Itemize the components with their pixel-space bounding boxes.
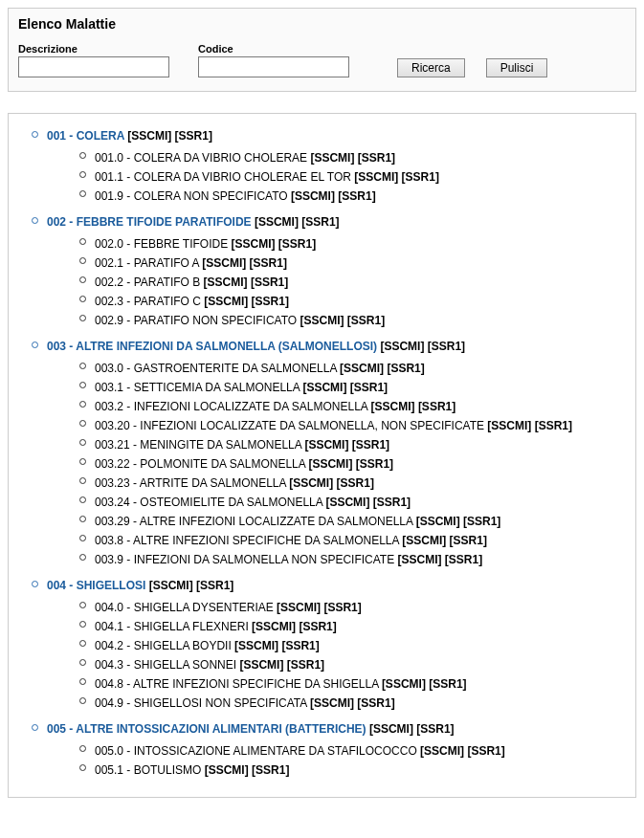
circle-bullet-icon: [79, 401, 86, 408]
circle-bullet-icon: [79, 516, 86, 522]
list-item: 003.20 - INFEZIONI LOCALIZZATE DA SALMON…: [95, 416, 624, 435]
item-tags: [SSCMI] [SSR1]: [325, 496, 411, 509]
category-link[interactable]: 003 - ALTRE INFEZIONI DA SALMONELLA (SAL…: [47, 340, 377, 353]
category-link[interactable]: 004 - SHIGELLOSI: [47, 579, 145, 592]
list-item: 003.1 - SETTICEMIA DA SALMONELLA [SSCMI]…: [95, 378, 624, 397]
item-tags: [SSCMI] [SSR1]: [420, 744, 505, 758]
item-label: 005.0 - INTOSSICAZIONE ALIMENTARE DA STA…: [95, 744, 420, 758]
circle-bullet-icon: [79, 535, 86, 541]
category-tags: [SSCMI] [SSR1]: [366, 722, 455, 736]
category: 003 - ALTRE INFEZIONI DA SALMONELLA (SAL…: [47, 338, 624, 569]
category-header: 002 - FEBBRE TIFOIDE PARATIFOIDE [SSCMI]…: [47, 213, 624, 231]
circle-bullet-icon: [79, 171, 86, 178]
item-label: 003.29 - ALTRE INFEZIONI LOCALIZZATE DA …: [95, 515, 416, 528]
list-item: 001.9 - COLERA NON SPECIFICATO [SSCMI] […: [95, 187, 624, 206]
item-label: 003.0 - GASTROENTERITE DA SALMONELLA: [95, 362, 340, 375]
subitems: 001.0 - COLERA DA VIBRIO CHOLERAE [SSCMI…: [95, 148, 624, 206]
circle-bullet-icon: [79, 420, 86, 427]
circle-bullet-icon: [32, 581, 38, 587]
descrizione-label: Descrizione: [18, 43, 169, 55]
item-label: 001.0 - COLERA DA VIBRIO CHOLERAE: [95, 151, 310, 165]
field-codice: Codice: [198, 43, 349, 77]
circle-bullet-icon: [32, 724, 38, 731]
list-item: 004.8 - ALTRE INFEZIONI SPECIFICHE DA SH…: [95, 674, 624, 694]
item-tags: [SSCMI] [SSR1]: [205, 763, 290, 777]
circle-bullet-icon: [79, 496, 86, 503]
item-label: 003.24 - OSTEOMIELITE DA SALMONELLA: [95, 496, 325, 509]
item-tags: [SSCMI] [SSR1]: [310, 151, 395, 165]
circle-bullet-icon: [79, 238, 86, 245]
list-item: 004.3 - SHIGELLA SONNEI [SSCMI] [SSR1]: [95, 655, 624, 674]
item-label: 003.1 - SETTICEMIA DA SALMONELLA: [95, 381, 302, 394]
category-link[interactable]: 005 - ALTRE INTOSSICAZIONI ALIMENTARI (B…: [47, 722, 366, 736]
results-tree: 001 - COLERA [SSCMI] [SSR1]001.0 - COLER…: [8, 113, 636, 798]
circle-bullet-icon: [79, 621, 86, 628]
circle-bullet-icon: [32, 131, 38, 138]
item-label: 004.9 - SHIGELLOSI NON SPECIFICATA: [95, 696, 310, 710]
item-tags: [SSCMI] [SSR1]: [354, 170, 439, 184]
list-item: 002.0 - FEBBRE TIFOIDE [SSCMI] [SSR1]: [95, 234, 624, 254]
list-item: 003.23 - ARTRITE DA SALMONELLA [SSCMI] […: [95, 474, 624, 493]
subitems: 004.0 - SHIGELLA DYSENTERIAE [SSCMI] [SS…: [95, 598, 624, 713]
circle-bullet-icon: [79, 152, 86, 159]
list-item: 002.3 - PARATIFO C [SSCMI] [SSR1]: [95, 292, 624, 311]
circle-bullet-icon: [79, 764, 86, 771]
category-header: 003 - ALTRE INFEZIONI DA SALMONELLA (SAL…: [47, 338, 624, 355]
item-label: 003.23 - ARTRITE DA SALMONELLA: [95, 476, 289, 490]
item-tags: [SSCMI] [SSR1]: [487, 419, 572, 432]
category-tags: [SSCMI] [SSR1]: [252, 215, 340, 229]
circle-bullet-icon: [79, 659, 86, 666]
circle-bullet-icon: [79, 315, 86, 321]
item-label: 002.9 - PARATIFO NON SPECIFICATO: [95, 314, 300, 327]
item-label: 003.22 - POLMONITE DA SALMONELLA: [95, 457, 308, 471]
field-descrizione: Descrizione: [18, 43, 169, 77]
circle-bullet-icon: [79, 678, 86, 685]
item-label: 004.3 - SHIGELLA SONNEI: [95, 658, 239, 672]
circle-bullet-icon: [79, 745, 86, 752]
category-link[interactable]: 001 - COLERA: [47, 129, 124, 143]
list-item: 004.0 - SHIGELLA DYSENTERIAE [SSCMI] [SS…: [95, 598, 624, 617]
item-tags: [SSCMI] [SSR1]: [402, 534, 487, 547]
category-link[interactable]: 002 - FEBBRE TIFOIDE PARATIFOIDE: [47, 215, 252, 229]
circle-bullet-icon: [79, 697, 86, 704]
subitems: 002.0 - FEBBRE TIFOIDE [SSCMI] [SSR1]002…: [95, 234, 624, 330]
codice-label: Codice: [198, 43, 349, 55]
pulisci-button[interactable]: Pulisci: [486, 58, 548, 77]
item-label: 002.0 - FEBBRE TIFOIDE: [95, 237, 232, 251]
list-item: 004.1 - SHIGELLA FLEXNERI [SSCMI] [SSR1]: [95, 617, 624, 636]
item-label: 002.2 - PARATIFO B: [95, 276, 204, 289]
list-item: 004.2 - SHIGELLA BOYDII [SSCMI] [SSR1]: [95, 636, 624, 655]
item-tags: [SSCMI] [SSR1]: [300, 314, 386, 327]
circle-bullet-icon: [79, 382, 86, 388]
circle-bullet-icon: [79, 257, 86, 264]
circle-bullet-icon: [79, 602, 86, 608]
buttons-group: Ricerca Pulisci: [397, 58, 547, 77]
circle-bullet-icon: [79, 439, 86, 446]
category-header: 005 - ALTRE INTOSSICAZIONI ALIMENTARI (B…: [47, 720, 624, 738]
item-label: 003.9 - INFEZIONI DA SALMONELLA NON SPEC…: [95, 553, 398, 566]
category-header: 001 - COLERA [SSCMI] [SSR1]: [47, 127, 624, 144]
list-item: 003.9 - INFEZIONI DA SALMONELLA NON SPEC…: [95, 550, 624, 569]
item-tags: [SSCMI] [SSR1]: [204, 295, 289, 308]
category-tags: [SSCMI] [SSR1]: [145, 579, 233, 592]
item-tags: [SSCMI] [SSR1]: [304, 438, 389, 452]
list-item: 005.1 - BOTULISMO [SSCMI] [SSR1]: [95, 761, 624, 780]
item-tags: [SSCMI] [SSR1]: [232, 237, 317, 251]
codice-input[interactable]: [198, 56, 349, 77]
list-item: 003.24 - OSTEOMIELITE DA SALMONELLA [SSC…: [95, 493, 624, 512]
item-label: 003.8 - ALTRE INFEZIONI SPECIFICHE DA SA…: [95, 534, 402, 547]
item-tags: [SSCMI] [SSR1]: [416, 515, 501, 528]
item-tags: [SSCMI] [SSR1]: [234, 639, 320, 652]
circle-bullet-icon: [32, 217, 38, 224]
item-label: 003.21 - MENINGITE DA SALMONELLA: [95, 438, 304, 452]
list-item: 005.0 - INTOSSICAZIONE ALIMENTARE DA STA…: [95, 741, 624, 761]
ricerca-button[interactable]: Ricerca: [397, 58, 465, 77]
list-item: 003.2 - INFEZIONI LOCALIZZATE DA SALMONE…: [95, 397, 624, 416]
circle-bullet-icon: [79, 363, 86, 369]
item-tags: [SSCMI] [SSR1]: [289, 476, 374, 490]
circle-bullet-icon: [79, 477, 86, 484]
list-item: 001.1 - COLERA DA VIBRIO CHOLERAE EL TOR…: [95, 167, 624, 187]
item-tags: [SSCMI] [SSR1]: [204, 276, 289, 289]
category: 002 - FEBBRE TIFOIDE PARATIFOIDE [SSCMI]…: [47, 213, 624, 330]
descrizione-input[interactable]: [18, 56, 169, 77]
